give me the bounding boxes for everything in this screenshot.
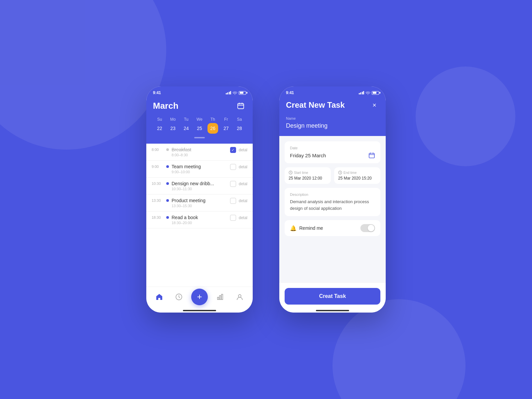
battery-icon-1 — [239, 91, 246, 95]
task-detail-book[interactable]: detal — [239, 215, 247, 220]
nav-home[interactable] — [152, 290, 167, 304]
task-checkbox-design[interactable] — [230, 181, 236, 187]
cal-header-su: Su — [153, 116, 166, 123]
calendar-nav-button[interactable] — [235, 100, 246, 111]
task-content-breakfast: Breakfast 8:00–8:30 — [172, 147, 227, 157]
date-calendar-icon[interactable] — [368, 152, 375, 159]
cal-header-tu: Tu — [180, 116, 193, 123]
remind-label: Remind me — [299, 225, 323, 231]
task-duration-breakfast: 8:00–8:30 — [172, 153, 227, 157]
month-title: March — [153, 101, 179, 111]
bottom-nav: + — [146, 287, 253, 310]
description-card: Description Demand analysis and interact… — [285, 188, 380, 216]
cal-day-24[interactable]: 24 — [180, 123, 193, 134]
status-icons-1 — [226, 91, 246, 95]
task-detail-design[interactable]: detal — [239, 182, 247, 186]
calendar-header: March Su Mo Tu We Th Fr Sa 22 2 — [146, 97, 253, 144]
nav-profile[interactable] — [232, 290, 247, 304]
task-detail-breakfast[interactable]: detal — [239, 148, 247, 152]
signal-icon-2 — [359, 91, 364, 94]
task-actions-book: detal — [230, 215, 247, 221]
task-time-design: 10:30 — [152, 181, 164, 186]
task-dot-team-meeting — [166, 165, 169, 168]
home-bar-2 — [279, 310, 386, 313]
cal-day-26[interactable]: 26 — [207, 123, 218, 134]
task-actions-product: detal — [230, 198, 247, 204]
cal-day-25[interactable]: 25 — [193, 123, 206, 134]
phone-create-task: 9:41 Creat Ne — [279, 86, 386, 313]
task-title-product: Product meeting — [172, 198, 227, 203]
task-title-book: Read a book — [172, 215, 227, 220]
svg-point-5 — [238, 295, 241, 297]
svg-rect-6 — [369, 153, 374, 158]
svg-rect-3 — [219, 296, 221, 300]
nav-fab-button[interactable]: + — [191, 289, 208, 305]
task-duration-design: 10:30–11:30 — [172, 187, 227, 191]
task-item-design: 10:30 Densign new dribb... 10:30–11:30 d… — [146, 178, 253, 195]
create-task-title: Creat New Task — [286, 100, 345, 110]
task-duration-team-meeting: 9:00–10:00 — [172, 170, 227, 174]
status-bar-2: 9:41 — [279, 86, 386, 97]
calendar-grid: Su Mo Tu We Th Fr Sa 22 23 24 25 26 27 2… — [153, 116, 246, 134]
cal-header-we: We — [193, 116, 206, 123]
create-task-button[interactable]: Creat Task — [285, 288, 380, 305]
status-icons-2 — [359, 91, 379, 95]
task-item-team-meeting: 9:00 Team meeting 9:00–10:00 detal — [146, 161, 253, 178]
battery-icon-2 — [372, 91, 379, 95]
task-actions-design: detal — [230, 181, 247, 187]
task-duration-book: 18:30–20:00 — [172, 221, 227, 225]
task-content-team-meeting: Team meeting 9:00–10:00 — [172, 164, 227, 174]
task-content-design: Densign new dribb... 10:30–11:30 — [172, 181, 227, 191]
close-icon: × — [372, 101, 376, 109]
nav-clock[interactable] — [172, 290, 186, 304]
name-field-value[interactable]: Design meeting — [286, 122, 379, 129]
task-actions-team-meeting: detal — [230, 164, 247, 170]
task-dot-design — [166, 182, 169, 185]
svg-rect-4 — [221, 294, 223, 300]
start-time-card[interactable]: Start time 25 Mar 2020 12:00 — [285, 167, 331, 184]
wifi-icon-1 — [232, 91, 237, 95]
task-time-breakfast: 8:00 — [152, 147, 164, 152]
task-detail-team-meeting[interactable]: detal — [239, 165, 247, 169]
cal-day-22[interactable]: 22 — [153, 123, 166, 134]
task-title-team-meeting: Team meeting — [172, 164, 227, 169]
scroll-indicator — [153, 137, 246, 138]
status-time-2: 9:41 — [286, 90, 294, 95]
cal-header-sa: Sa — [233, 116, 246, 123]
name-field-area: Name Design meeting — [286, 116, 379, 129]
task-time-product: 13:30 — [152, 198, 164, 202]
task-content-book: Read a book 18:30–20:00 — [172, 215, 227, 225]
bg-decoration-3 — [416, 66, 515, 166]
task-checkbox-product[interactable] — [230, 198, 236, 204]
task-detail-product[interactable]: detal — [239, 199, 247, 203]
task-time-book: 18:30 — [152, 215, 164, 219]
remind-toggle[interactable] — [360, 224, 375, 232]
task-checkbox-team-meeting[interactable] — [230, 164, 236, 170]
task-checkbox-book[interactable] — [230, 215, 236, 221]
remind-left: 🔔 Remind me — [290, 225, 323, 231]
status-bar-1: 9:41 — [146, 86, 253, 97]
end-time-card[interactable]: End time 25 Mar 2020 15:20 — [334, 167, 380, 184]
cal-header-fr: Fr — [219, 116, 233, 123]
task-item-breakfast: 8:00 Breakfast 8:00–8:30 detal — [146, 144, 253, 161]
date-card: Date Friday 25 March — [285, 141, 380, 163]
phone-calendar: 9:41 March — [146, 86, 253, 313]
nav-chart[interactable] — [213, 290, 227, 304]
description-label: Description — [290, 193, 375, 197]
form-body: Date Friday 25 March — [279, 136, 386, 282]
cal-day-27[interactable]: 27 — [219, 123, 233, 134]
task-checkbox-breakfast[interactable] — [230, 147, 236, 153]
nav-fab-icon: + — [197, 292, 202, 302]
cal-day-23[interactable]: 23 — [166, 123, 180, 134]
cal-header-mo: Mo — [166, 116, 180, 123]
task-actions-breakfast: detal — [230, 147, 247, 153]
date-value: Friday 25 March — [290, 153, 326, 158]
close-button[interactable]: × — [370, 100, 379, 110]
phones-container: 9:41 March — [146, 86, 386, 313]
svg-rect-2 — [217, 297, 219, 300]
status-time-1: 9:41 — [153, 90, 161, 95]
cal-day-28[interactable]: 28 — [233, 123, 246, 134]
task-dot-product — [166, 199, 169, 202]
task-dot-book — [166, 216, 169, 219]
description-value[interactable]: Demand analysis and interaction process … — [290, 199, 375, 211]
